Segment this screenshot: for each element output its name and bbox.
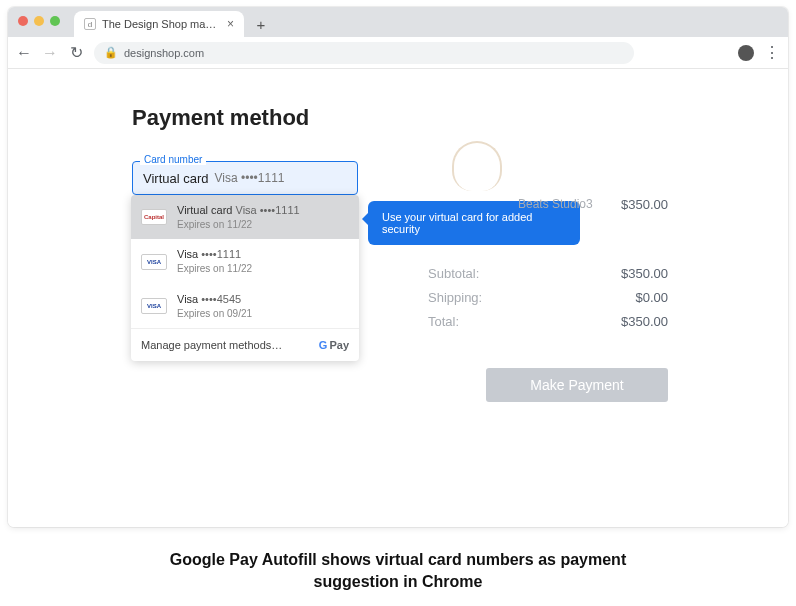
summary-value: $350.00 xyxy=(621,314,668,329)
window-minimize-icon[interactable] xyxy=(34,16,44,26)
card-brand-icon: Capital xyxy=(141,209,167,225)
reload-button[interactable]: ↻ xyxy=(68,43,84,62)
card-number-brand-suffix: Visa ••••1111 xyxy=(215,171,285,185)
window-close-icon[interactable] xyxy=(18,16,28,26)
autofill-option-text: Visa ••••1111Expires on 11/22 xyxy=(177,247,252,275)
tab-close-icon[interactable]: × xyxy=(227,17,234,31)
browser-tab[interactable]: d The Design Shop made for des × xyxy=(74,11,244,37)
figure-caption: Google Pay Autofill shows virtual card n… xyxy=(8,549,788,594)
autofill-option[interactable]: CapitalVirtual card Visa ••••1111Expires… xyxy=(131,195,359,239)
summary-value: $350.00 xyxy=(621,266,668,281)
card-brand-icon: VISA xyxy=(141,254,167,270)
autofill-option-text: Virtual card Visa ••••1111Expires on 11/… xyxy=(177,203,300,231)
autofill-option-text: Visa ••••4545Expires on 09/21 xyxy=(177,292,252,320)
card-number-field-wrap: Card number Virtual card Visa ••••1111 C… xyxy=(132,161,358,195)
make-payment-button[interactable]: Make Payment xyxy=(486,368,668,402)
autofill-dropdown: CapitalVirtual card Visa ••••1111Expires… xyxy=(131,195,359,361)
browser-window: d The Design Shop made for des × + ← → ↻… xyxy=(8,7,788,527)
profile-avatar-icon[interactable] xyxy=(738,45,754,61)
address-bar[interactable]: 🔒 designshop.com xyxy=(94,42,634,64)
card-number-value: Virtual card xyxy=(143,171,209,186)
product-image-icon xyxy=(452,141,502,191)
card-brand-icon: VISA xyxy=(141,298,167,314)
page-content: Payment method Card number Virtual card … xyxy=(8,69,788,527)
url-text: designshop.com xyxy=(124,47,204,59)
autofill-option[interactable]: VISAVisa ••••4545Expires on 09/21 xyxy=(131,284,359,328)
new-tab-button[interactable]: + xyxy=(250,13,272,35)
browser-toolbar: ← → ↻ 🔒 designshop.com ⋮ xyxy=(8,37,788,69)
browser-menu-icon[interactable]: ⋮ xyxy=(764,43,780,62)
product-price: $350.00 xyxy=(621,197,668,212)
summary-label: Total: xyxy=(428,314,459,329)
window-maximize-icon[interactable] xyxy=(50,16,60,26)
page-title: Payment method xyxy=(132,105,788,131)
tab-strip: d The Design Shop made for des × + xyxy=(8,7,788,37)
summary-row: Total:$350.00 xyxy=(428,314,668,329)
autofill-option[interactable]: VISAVisa ••••1111Expires on 11/22 xyxy=(131,239,359,283)
favicon-icon: d xyxy=(84,18,96,30)
summary-label: Subtotal: xyxy=(428,266,479,281)
google-pay-logo-icon: GPay xyxy=(319,339,349,351)
lock-icon: 🔒 xyxy=(104,46,118,59)
summary-row: Subtotal:$350.00 xyxy=(428,266,668,281)
forward-button[interactable]: → xyxy=(42,44,58,62)
card-number-input[interactable]: Virtual card Visa ••••1111 xyxy=(132,161,358,195)
summary-value: $0.00 xyxy=(635,290,668,305)
summary-label: Shipping: xyxy=(428,290,482,305)
card-number-label: Card number xyxy=(140,154,206,165)
manage-payment-methods-label: Manage payment methods… xyxy=(141,339,282,351)
manage-payment-methods[interactable]: Manage payment methods… GPay xyxy=(131,328,359,361)
tab-title: The Design Shop made for des xyxy=(102,18,221,30)
product-name: Beats Studio3 xyxy=(518,197,593,212)
order-summary: Beats Studio3 $350.00 Subtotal:$350.00Sh… xyxy=(428,141,668,402)
back-button[interactable]: ← xyxy=(16,44,32,62)
window-controls xyxy=(18,16,60,26)
summary-row: Shipping:$0.00 xyxy=(428,290,668,305)
